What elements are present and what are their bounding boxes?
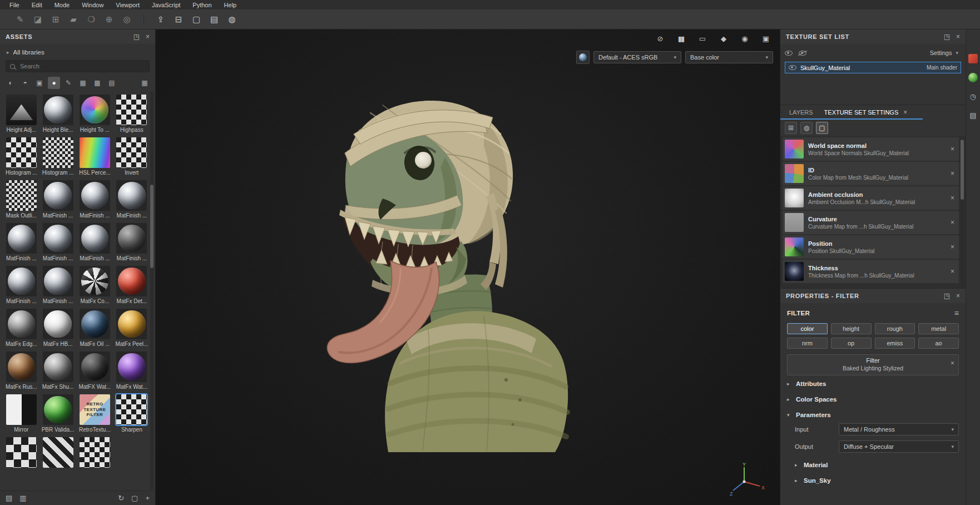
asset-thumbnail[interactable] [43,394,73,425]
asset-thumbnail[interactable] [43,437,73,468]
output-mode-dropdown[interactable]: Diffuse + Specular ▾ [839,440,959,453]
image-resources-icon[interactable]: ⊟ [173,14,184,25]
group-attributes[interactable]: ▸ Attributes [787,377,959,391]
group-parameters[interactable]: ▾ Parameters [787,408,959,422]
asset-item[interactable]: HSL Perce... [78,137,111,176]
screenshot-icon[interactable]: ▣ [760,33,771,44]
channel-toggle-button[interactable]: color [787,323,828,334]
asset-thumbnail[interactable] [43,95,73,125]
menu-item[interactable]: Help [218,0,243,9]
shelf-list-view-icon[interactable]: ▤ [6,494,12,502]
asset-item[interactable] [6,437,37,476]
mesh-maps-icon[interactable]: ▢ [816,122,828,134]
maps-scrollbar[interactable] [961,137,964,287]
asset-item[interactable] [42,437,75,476]
menu-item[interactable]: Viewport [110,0,146,9]
asset-item[interactable]: Mask Outli... [6,180,37,219]
asset-thumbnail[interactable] [80,95,110,125]
projection-tool-icon[interactable]: ⊞ [50,14,61,25]
mesh-map-row[interactable]: Position Position SkullGuy_Material [783,235,959,259]
import-resources-icon[interactable]: ▢ [131,494,138,502]
viewport-overlays-toggle-icon[interactable]: ⊘ [654,33,665,44]
viewport-3d[interactable]: ⊘▮▮▭◆◉▣ Default - ACES sRGB ▾ Base color… [156,29,780,505]
undock-panel-icon[interactable]: ◳ [944,293,950,299]
channel-toggle-button[interactable]: emiss [875,338,915,349]
asset-item[interactable]: Histogram ... [6,137,37,176]
asset-thumbnail[interactable] [80,309,110,339]
clear-map-icon[interactable] [951,194,954,202]
assets-breadcrumb[interactable]: ▸ All libraries [0,46,155,59]
asset-thumbnail[interactable] [116,394,147,425]
channel-toggle-button[interactable]: nrm [787,338,828,349]
dock-log-icon[interactable]: ▤ [968,111,978,120]
dock-shader-settings-icon[interactable] [968,73,978,82]
asset-item[interactable]: MatFx HB... [42,309,75,348]
asset-item[interactable]: MatFx Det... [115,266,148,305]
asset-item[interactable]: Height To ... [78,95,111,133]
model-skullguy-mummy[interactable] [317,68,573,452]
menu-item[interactable]: File [3,0,26,9]
clear-map-icon[interactable] [951,219,954,226]
mesh-map-row[interactable]: Ambient occlusion Ambient Occlusion M...… [783,186,959,210]
asset-thumbnail[interactable] [80,180,110,211]
assets-scrollbar[interactable] [150,91,154,489]
filter-smart-masks-icon[interactable]: ▣ [33,77,46,89]
asset-item[interactable]: MatFx Wat... [115,351,148,390]
asset-item[interactable]: MatFinish ... [42,180,75,219]
asset-item[interactable]: MatFinish ... [115,223,148,262]
search-input[interactable] [19,62,145,70]
close-tab-icon[interactable]: × [903,108,907,116]
resize-project-icon[interactable]: ▢ [191,14,202,25]
asset-item[interactable]: MatFx Edg... [6,309,37,348]
menu-item[interactable]: Python [186,0,217,9]
filter-environments-icon[interactable]: ▤ [106,77,118,89]
scrollbar-thumb[interactable] [961,140,964,200]
undock-panel-icon[interactable]: ◳ [133,33,140,40]
asset-item[interactable]: Histogram ... [42,137,75,176]
paint-tool-icon[interactable]: ✎ [14,14,26,25]
export-textures-icon[interactable]: ⇪ [155,14,166,25]
filter-filters-icon[interactable]: ● [48,77,60,89]
asset-thumbnail[interactable] [80,437,110,468]
asset-item[interactable]: MatFinish ... [78,223,111,262]
asset-item[interactable]: MatFinish ... [115,180,148,219]
close-panel-icon[interactable]: × [146,33,150,40]
asset-item[interactable]: Sharpen [115,394,148,433]
project-settings-icon[interactable]: ▤ [209,14,220,25]
menu-item[interactable]: Edit [26,0,48,9]
shelf-grid-view-icon[interactable]: ▥ [19,494,26,502]
asset-thumbnail[interactable] [43,137,73,168]
navigation-gizmo[interactable]: Y Z X [725,462,768,497]
asset-thumbnail[interactable] [6,394,37,425]
asset-item[interactable]: MatFx Rus... [6,351,37,390]
filter-all-assets-icon[interactable]: ◐ [4,77,17,89]
asset-thumbnail[interactable] [116,223,147,254]
mesh-map-row[interactable]: World space normal World Space Normals S… [783,137,959,161]
mesh-map-row[interactable]: Curvature Curvature Map from ...h SkullG… [783,211,959,234]
asset-thumbnail[interactable] [6,223,37,254]
asset-thumbnail[interactable] [6,180,37,211]
asset-thumbnail[interactable] [116,351,147,382]
group-color-spaces[interactable]: ▸ Color Spaces [787,392,959,407]
environment-map-button[interactable] [576,51,590,64]
filter-resource-slot[interactable]: Filter Baked Lighting Stylized [787,354,959,375]
reload-shelf-icon[interactable]: ↻ [118,494,124,502]
asset-item[interactable]: MatFinish ... [42,266,75,305]
show-all-eye-icon[interactable] [785,51,793,56]
input-mode-dropdown[interactable]: Metal / Roughness ▾ [839,423,959,435]
asset-thumbnail[interactable] [116,95,147,125]
asset-thumbnail[interactable] [80,351,110,382]
group-material[interactable]: ▸ Material [787,458,959,472]
scrollbar-thumb[interactable] [150,185,154,268]
asset-thumbnail[interactable] [6,137,37,168]
menu-item[interactable]: Mode [48,0,76,9]
asset-thumbnail[interactable] [6,351,37,382]
tab-layers[interactable]: LAYERS [785,105,818,120]
asset-item[interactable]: Mirror [6,394,37,433]
render-mode-icon[interactable]: ◉ [739,33,750,44]
eraser-tool-icon[interactable]: ◪ [32,14,43,25]
asset-thumbnail[interactable] [116,266,147,296]
asset-item[interactable]: RETRO TEXTURE FILTER RetroTextu... [78,394,111,433]
asset-thumbnail[interactable] [6,95,37,125]
colorspace-dropdown[interactable]: Default - ACES sRGB ▾ [593,51,681,63]
